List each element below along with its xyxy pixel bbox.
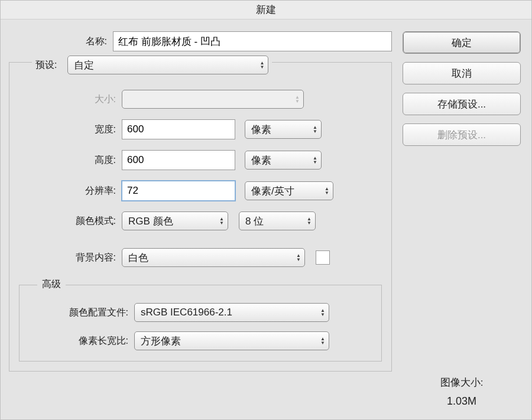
colorprofile-label: 颜色配置文件: (29, 307, 134, 319)
pixelaspect-row: 像素长宽比: 方形像素 ▲▼ (29, 331, 372, 350)
colormode-select[interactable]: RGB 颜色 ▲▼ (122, 211, 228, 230)
colormode-label: 颜色模式: (19, 215, 122, 227)
preset-value: 自定 (74, 58, 94, 72)
resolution-unit-value: 像素/英寸 (251, 184, 294, 198)
resolution-input[interactable] (122, 181, 235, 201)
delete-preset-button: 删除预设... (403, 123, 521, 146)
resolution-unit-select[interactable]: 像素/英寸 ▲▼ (245, 181, 333, 200)
imagesize-value: 1.03M (403, 395, 521, 408)
advanced-legend: 高级 (37, 278, 66, 291)
updown-icon: ▲▼ (313, 156, 317, 164)
advanced-fieldset: 高级 颜色配置文件: sRGB IEC61966-2.1 ▲▼ 像素长宽比: 方… (19, 285, 382, 362)
bgcontent-select[interactable]: 白色 ▲▼ (122, 248, 305, 267)
height-unit-select[interactable]: 像素 ▲▼ (245, 151, 322, 170)
dialog-title: 新建 (1, 1, 531, 19)
width-unit-value: 像素 (251, 123, 271, 136)
colorprofile-value: sRGB IEC61966-2.1 (141, 307, 232, 318)
size-label: 大小: (19, 93, 122, 106)
bitdepth-select[interactable]: 8 位 ▲▼ (239, 211, 316, 230)
pixelaspect-value: 方形像素 (141, 334, 181, 348)
width-input[interactable] (122, 119, 235, 139)
bitdepth-value: 8 位 (245, 214, 264, 228)
updown-icon: ▲▼ (313, 125, 317, 134)
width-row: 宽度: 像素 ▲▼ (19, 119, 382, 139)
colormode-value: RGB 颜色 (128, 214, 173, 228)
bgcolor-swatch[interactable] (316, 250, 330, 265)
imagesize-block: 图像大小: 1.03M (403, 240, 521, 408)
height-row: 高度: 像素 ▲▼ (19, 150, 382, 170)
cancel-button[interactable]: 取消 (403, 62, 521, 84)
updown-icon: ▲▼ (260, 61, 265, 69)
updown-icon: ▲▼ (325, 187, 329, 195)
preset-legend: 预设: 自定 ▲▼ (32, 56, 272, 74)
updown-icon: ▲▼ (296, 253, 301, 262)
updown-icon: ▲▼ (219, 217, 224, 225)
new-document-dialog: 新建 名称: 预设: 自定 ▲▼ 大小: (0, 0, 532, 420)
pixelaspect-select[interactable]: 方形像素 ▲▼ (134, 331, 329, 350)
width-unit-select[interactable]: 像素 ▲▼ (245, 120, 322, 139)
size-row: 大小: ▲▼ (19, 90, 382, 109)
right-panel: 确定 取消 存储预设... 删除预设... 图像大小: 1.03M (403, 31, 521, 408)
preset-select[interactable]: 自定 ▲▼ (67, 56, 268, 74)
bgcontent-row: 背景内容: 白色 ▲▼ (19, 248, 382, 267)
ok-button[interactable]: 确定 (403, 31, 521, 54)
name-input[interactable] (113, 31, 392, 51)
updown-icon: ▲▼ (320, 337, 325, 345)
colorprofile-row: 颜色配置文件: sRGB IEC61966-2.1 ▲▼ (29, 303, 372, 322)
preset-label: 预设: (35, 59, 63, 71)
updown-icon: ▲▼ (320, 308, 325, 317)
updown-icon: ▲▼ (295, 95, 300, 103)
size-select: ▲▼ (122, 90, 304, 109)
bgcontent-value: 白色 (128, 251, 148, 265)
left-panel: 名称: 预设: 自定 ▲▼ 大小: ▲▼ (9, 31, 392, 408)
resolution-row: 分辨率: 像素/英寸 ▲▼ (19, 181, 382, 201)
save-preset-button[interactable]: 存储预设... (403, 93, 521, 115)
colormode-row: 颜色模式: RGB 颜色 ▲▼ 8 位 ▲▼ (19, 211, 382, 230)
width-label: 宽度: (19, 123, 122, 136)
name-row: 名称: (9, 31, 392, 51)
height-unit-value: 像素 (251, 154, 271, 167)
dialog-body: 名称: 预设: 自定 ▲▼ 大小: ▲▼ (1, 19, 531, 419)
height-input[interactable] (122, 150, 235, 170)
bgcontent-label: 背景内容: (19, 252, 122, 264)
updown-icon: ▲▼ (307, 217, 312, 225)
name-label: 名称: (9, 35, 113, 48)
pixelaspect-label: 像素长宽比: (29, 335, 134, 347)
preset-fieldset: 预设: 自定 ▲▼ 大小: ▲▼ 宽度: (9, 62, 392, 372)
resolution-label: 分辨率: (19, 185, 122, 197)
height-label: 高度: (19, 154, 122, 167)
colorprofile-select[interactable]: sRGB IEC61966-2.1 ▲▼ (134, 303, 329, 322)
imagesize-label: 图像大小: (403, 376, 521, 389)
